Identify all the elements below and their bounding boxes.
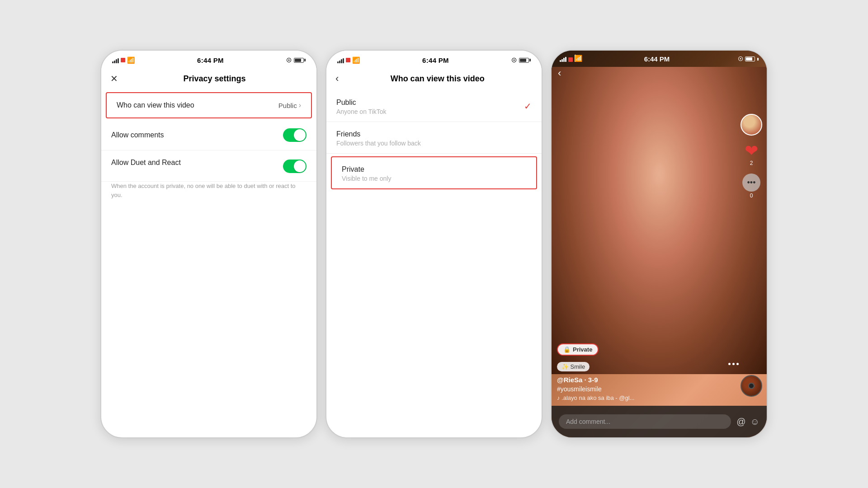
tiktok-bottom-info: 🔒 Private ✨ Smile @RieSa · 3-9 #yousmile… [557, 343, 737, 401]
allow-comments-toggle[interactable] [283, 128, 307, 142]
tiktok-avatar[interactable] [741, 114, 762, 136]
network-icon-1 [121, 58, 125, 62]
option-private-subtitle: Visible to me only [342, 175, 526, 182]
allow-duet-toggle[interactable] [283, 160, 307, 173]
tiktok-location-icon: ☉ [738, 56, 743, 62]
tiktok-heart-button[interactable]: ❤ 2 [745, 143, 758, 166]
close-button-1[interactable]: ✕ [110, 71, 122, 86]
phone-privacy-settings: 📶 6:44 PM ☉ ✕ Privacy settings Who can [100, 50, 317, 438]
tiktok-comment-bar: Add comment... @ ☺ [552, 406, 767, 437]
option-private-title: Private [342, 165, 526, 174]
status-bar-2: 📶 6:44 PM ☉ [326, 51, 542, 67]
allow-comments-label: Allow comments [111, 131, 164, 139]
smile-badge: ✨ Smile [557, 362, 590, 371]
battery-icon-2 [519, 58, 531, 63]
toggle-knob-comments [294, 129, 306, 141]
chevron-icon-1: › [299, 101, 301, 109]
location-icon-2: ☉ [511, 57, 517, 64]
tiktok-battery-tip [757, 58, 759, 61]
option-private[interactable]: Private Visible to me only [331, 156, 537, 189]
comment-count: 0 [750, 192, 753, 199]
signal-icons-1: 📶 [112, 56, 135, 64]
mention-icon[interactable]: @ [736, 417, 745, 427]
tiktok-disc-icon[interactable] [741, 375, 762, 397]
time-2: 6:44 PM [422, 56, 449, 64]
status-bar-1: 📶 6:44 PM ☉ [101, 51, 316, 67]
who-can-view-row[interactable]: Who can view this video Public › [106, 92, 312, 118]
like-count: 2 [750, 160, 753, 166]
location-icon-1: ☉ [286, 57, 292, 64]
private-badge: 🔒 Private [557, 343, 599, 356]
tiktok-back-button[interactable]: ‹ [558, 67, 561, 79]
allow-duet-description: When the account is private, no one will… [101, 182, 316, 206]
lock-icon: 🔒 [563, 346, 571, 353]
tiktok-battery [745, 56, 755, 61]
nav-bar-2: ‹ Who can view this video [326, 67, 542, 90]
tiktok-comment-button[interactable]: ••• 0 [742, 174, 760, 199]
tiktok-song[interactable]: ♪ .alayo na ako sa iba - @gl... [557, 394, 737, 401]
tiktok-right-icons: ☉ [738, 56, 759, 62]
nav-title-1: Privacy settings [122, 74, 307, 84]
heart-icon: ❤ [745, 143, 758, 159]
phone-tiktok-feed: 📶 6:44 PM ☉ ‹ [551, 50, 768, 438]
signal-bars-2 [337, 57, 344, 63]
wifi-icon-1: 📶 [127, 56, 135, 64]
privacy-settings-content: Who can view this video Public › Allow c… [101, 90, 316, 437]
private-badge-container: 🔒 Private [557, 343, 737, 359]
tiktok-right-actions: ❤ 2 ••• 0 [741, 114, 762, 199]
view-options-content: Public Anyone on TikTok ✓ Friends Follow… [326, 90, 542, 437]
tiktok-comment-icons: @ ☺ [736, 417, 760, 427]
tiktok-time: 6:44 PM [644, 55, 670, 63]
tiktok-status-bar: 📶 6:44 PM ☉ [552, 51, 767, 65]
option-public-title: Public [336, 99, 532, 107]
time-1: 6:44 PM [197, 56, 224, 64]
tiktok-network-icon [568, 57, 573, 62]
option-friends-subtitle: Followers that you follow back [336, 140, 532, 147]
signal-bars-1 [112, 57, 119, 63]
tiktok-comment-input[interactable]: Add comment... [559, 414, 731, 429]
right-icons-1: ☉ [286, 57, 306, 64]
tiktok-signal-icons: 📶 [560, 56, 576, 62]
nav-title-2: Who can view this video [342, 74, 533, 84]
option-public-subtitle: Anyone on TikTok [336, 108, 532, 115]
private-badge-label: Private [573, 346, 592, 353]
tiktok-username[interactable]: @RieSa · 3-9 [557, 376, 737, 384]
smile-badge-container: ✨ Smile [557, 362, 737, 376]
battery-icon-1 [294, 58, 306, 63]
tiktok-hashtag[interactable]: #yousmileismile [557, 385, 737, 393]
smile-badge-label: ✨ Smile [561, 363, 585, 370]
network-icon-2 [346, 58, 350, 62]
phone-who-can-view: 📶 6:44 PM ☉ ‹ Who can view this video P [326, 50, 542, 438]
tiktok-nav: ‹ [552, 65, 767, 82]
disc-center [748, 383, 755, 389]
back-button-2[interactable]: ‹ [335, 71, 342, 86]
right-icons-2: ☉ [511, 57, 531, 64]
nav-bar-1: ✕ Privacy settings [101, 67, 316, 90]
allow-comments-row[interactable]: Allow comments [101, 120, 316, 150]
option-friends[interactable]: Friends Followers that you follow back [326, 122, 542, 154]
who-can-view-value: Public › [278, 101, 301, 109]
comment-bubble-icon: ••• [742, 174, 760, 192]
who-can-view-current: Public [278, 102, 297, 109]
option-public[interactable]: Public Anyone on TikTok ✓ [326, 90, 542, 122]
wifi-icon-2: 📶 [352, 56, 360, 64]
check-icon-public: ✓ [524, 101, 532, 112]
allow-duet-label: Allow Duet and React [111, 159, 181, 167]
toggle-knob-duet [294, 160, 306, 172]
who-can-view-label: Who can view this video [117, 101, 194, 109]
signal-icons-2: 📶 [337, 56, 360, 64]
comment-icon: ••• [747, 178, 756, 188]
emoji-icon[interactable]: ☺ [750, 417, 760, 427]
tiktok-wifi-icon: 📶 [575, 55, 576, 62]
allow-duet-row[interactable]: Allow Duet and React [101, 150, 316, 182]
option-friends-title: Friends [336, 130, 532, 138]
